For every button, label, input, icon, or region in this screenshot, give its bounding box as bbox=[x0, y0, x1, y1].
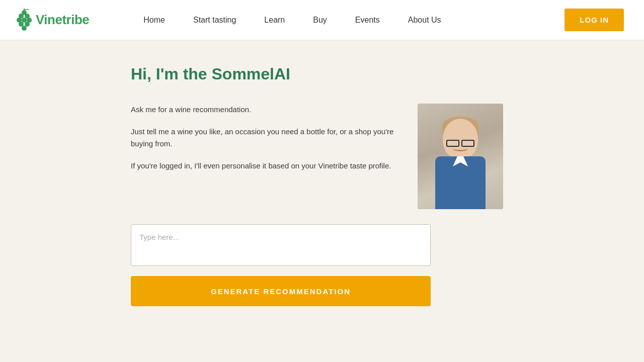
svg-point-7 bbox=[25, 22, 30, 27]
nav-item-events[interactable]: Events bbox=[341, 0, 394, 40]
logo[interactable]: Vinetribe bbox=[15, 9, 89, 32]
input-container bbox=[131, 224, 431, 268]
navbar-left: Vinetribe Home Start tasting Learn Buy E… bbox=[15, 0, 455, 40]
navbar: Vinetribe Home Start tasting Learn Buy E… bbox=[0, 0, 644, 40]
nav-item-start-tasting[interactable]: Start tasting bbox=[179, 0, 250, 40]
vine-icon bbox=[15, 9, 33, 32]
nav-item-learn[interactable]: Learn bbox=[250, 0, 299, 40]
content-area: Ask me for a wine recommendation. Just t… bbox=[131, 104, 503, 209]
svg-point-8 bbox=[22, 26, 27, 31]
nav-item-about-us[interactable]: About Us bbox=[394, 0, 455, 40]
nav-item-home[interactable]: Home bbox=[129, 0, 179, 40]
avatar-section bbox=[418, 104, 503, 209]
page-title: Hi, I'm the SommelAI bbox=[131, 65, 503, 83]
main-content: Hi, I'm the SommelAI Ask me for a wine r… bbox=[0, 40, 503, 306]
text-section: Ask me for a wine recommendation. Just t… bbox=[131, 104, 397, 182]
login-button[interactable]: LOG IN bbox=[565, 9, 624, 31]
svg-point-6 bbox=[19, 22, 24, 27]
avatar bbox=[418, 104, 503, 209]
description-3: If you're logged in, I'll even personali… bbox=[131, 160, 397, 172]
brand-name: Vinetribe bbox=[36, 12, 89, 28]
svg-point-4 bbox=[22, 18, 27, 23]
recommendation-input[interactable] bbox=[131, 224, 431, 266]
nav-links: Home Start tasting Learn Buy Events Abou… bbox=[129, 0, 455, 40]
generate-button[interactable]: GENERATE RECOMMENDATION bbox=[131, 276, 431, 306]
nav-item-buy[interactable]: Buy bbox=[299, 0, 341, 40]
description-1: Ask me for a wine recommendation. bbox=[131, 104, 397, 116]
description-2: Just tell me a wine you like, an occasio… bbox=[131, 126, 397, 150]
